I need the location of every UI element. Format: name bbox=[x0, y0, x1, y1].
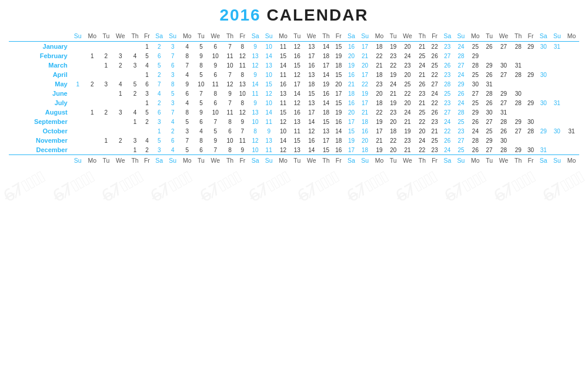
day-cell: 29 bbox=[468, 51, 483, 61]
col-th5: Th bbox=[512, 31, 524, 42]
foot-fr1: Fr bbox=[142, 155, 153, 166]
day-cell: 23 bbox=[372, 79, 387, 89]
day-cell bbox=[550, 117, 564, 126]
day-cell: 18 bbox=[345, 89, 358, 98]
day-cell bbox=[496, 51, 512, 61]
day-cell: 4 bbox=[166, 117, 179, 126]
day-cell: 28 bbox=[512, 70, 524, 79]
day-cell: 1 bbox=[128, 145, 141, 155]
month-label: September bbox=[9, 117, 71, 126]
day-cell: 24 bbox=[440, 145, 454, 155]
day-cell: 15 bbox=[276, 51, 291, 61]
day-cell: 24 bbox=[399, 51, 415, 61]
day-cell: 28 bbox=[524, 126, 536, 136]
day-cell: 16 bbox=[303, 61, 319, 70]
day-cell: 17 bbox=[372, 126, 387, 136]
day-cell: 14 bbox=[262, 51, 276, 61]
day-cell: 11 bbox=[208, 79, 223, 89]
day-cell: 27 bbox=[512, 126, 524, 136]
day-cell: 27 bbox=[440, 51, 454, 61]
month-label: January bbox=[9, 42, 71, 52]
day-cell: 23 bbox=[387, 51, 400, 61]
page-title: 2016 CALENDAR bbox=[9, 6, 579, 25]
day-cell: 16 bbox=[358, 126, 372, 136]
day-cell: 30 bbox=[468, 79, 483, 89]
day-cell: 21 bbox=[387, 89, 400, 98]
day-cell: 1 bbox=[71, 79, 85, 89]
foot-th5: Th bbox=[512, 155, 524, 166]
day-cell bbox=[524, 79, 536, 89]
day-cell: 20 bbox=[358, 136, 372, 145]
day-cell: 11 bbox=[236, 61, 248, 70]
day-cell: 20 bbox=[372, 89, 387, 98]
col-we5: We bbox=[496, 31, 512, 42]
day-cell: 4 bbox=[166, 145, 179, 155]
day-cell bbox=[85, 42, 100, 52]
day-cell bbox=[550, 79, 564, 89]
day-cell bbox=[128, 42, 141, 52]
day-cell: 19 bbox=[387, 98, 400, 107]
day-cell: 17 bbox=[291, 79, 304, 89]
day-cell: 5 bbox=[128, 79, 141, 89]
foot-su6: Su bbox=[550, 155, 564, 166]
day-cell: 7 bbox=[179, 136, 195, 145]
day-cell: 22 bbox=[387, 136, 400, 145]
col-su4: Su bbox=[358, 31, 372, 42]
day-cell: 12 bbox=[249, 136, 262, 145]
footer-row: Su Mo Tu We Th Fr Sa Su Mo Tu We Th Fr S… bbox=[9, 155, 579, 166]
col-mo2: Mo bbox=[179, 31, 195, 42]
day-cell: 29 bbox=[454, 79, 467, 89]
day-cell: 13 bbox=[303, 98, 319, 107]
day-cell: 13 bbox=[262, 136, 276, 145]
day-cell: 25 bbox=[416, 107, 429, 117]
day-cell: 10 bbox=[276, 126, 291, 136]
day-cell: 11 bbox=[249, 89, 262, 98]
day-cell: 9 bbox=[236, 145, 248, 155]
col-su5: Su bbox=[454, 31, 467, 42]
day-cell: 9 bbox=[208, 136, 223, 145]
day-cell: 12 bbox=[276, 145, 291, 155]
day-cell: 27 bbox=[483, 117, 496, 126]
foot-mo4: Mo bbox=[372, 155, 387, 166]
day-cell: 14 bbox=[319, 98, 332, 107]
foot-we2: We bbox=[208, 155, 223, 166]
day-cell: 5 bbox=[195, 98, 208, 107]
day-cell: 13 bbox=[319, 126, 332, 136]
day-cell: 25 bbox=[399, 79, 415, 89]
day-cell: 18 bbox=[372, 42, 387, 52]
foot-we4: We bbox=[399, 155, 415, 166]
day-cell: 3 bbox=[112, 107, 128, 117]
day-cell: 12 bbox=[276, 117, 291, 126]
month-row: July123456789101112131415161718192021222… bbox=[9, 98, 579, 107]
day-cell bbox=[142, 126, 153, 136]
day-cell: 2 bbox=[152, 70, 166, 79]
day-cell: 31 bbox=[496, 107, 512, 117]
day-cell bbox=[537, 79, 550, 89]
day-cell: 7 bbox=[223, 42, 236, 52]
day-cell: 13 bbox=[303, 42, 319, 52]
day-cell: 15 bbox=[291, 136, 304, 145]
col-fr1: Fr bbox=[142, 31, 153, 42]
day-cell: 17 bbox=[319, 61, 332, 70]
month-label: February bbox=[9, 51, 71, 61]
day-cell: 26 bbox=[454, 89, 467, 98]
day-cell: 4 bbox=[112, 79, 128, 89]
day-cell: 26 bbox=[468, 145, 483, 155]
day-cell: 10 bbox=[208, 51, 223, 61]
month-row: January123456789101112131415161718192021… bbox=[9, 42, 579, 52]
day-cell: 29 bbox=[512, 117, 524, 126]
foot-tu2: Tu bbox=[195, 155, 208, 166]
day-cell: 21 bbox=[399, 145, 415, 155]
day-cell bbox=[112, 117, 128, 126]
day-cell: 2 bbox=[152, 98, 166, 107]
day-cell: 26 bbox=[440, 61, 454, 70]
day-cell: 15 bbox=[303, 89, 319, 98]
day-cell: 12 bbox=[291, 42, 304, 52]
day-cell: 6 bbox=[208, 42, 223, 52]
day-cell: 24 bbox=[454, 98, 467, 107]
day-cell: 8 bbox=[195, 61, 208, 70]
day-cell: 9 bbox=[249, 70, 262, 79]
day-cell: 31 bbox=[537, 145, 550, 155]
day-cell: 24 bbox=[416, 61, 429, 70]
month-label: November bbox=[9, 136, 71, 145]
